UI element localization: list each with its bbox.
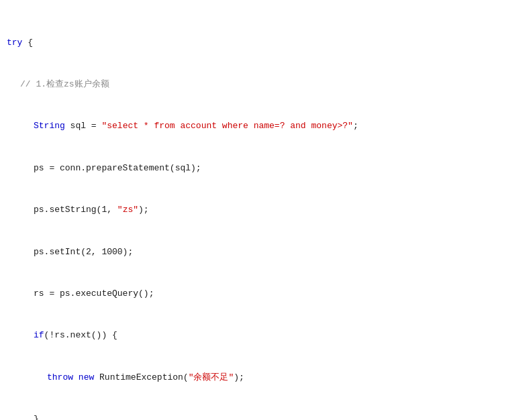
code-editor: try { // 1.检查zs账户余额 String sql = "select… [0,5,529,420]
line-comment-1: // 1.检查zs账户余额 [20,78,522,92]
line-prepare-1: ps = conn.prepareStatement(sql); [34,162,522,176]
line-if: if(!rs.next()) { [34,329,522,343]
line-try-open: try { [7,36,522,50]
line-executequery: rs = ps.executeQuery(); [34,287,522,301]
line-setstring-1: ps.setString(1, "zs"); [34,203,522,217]
line-setint-1: ps.setInt(2, 1000); [34,246,522,260]
line-if-close: } [34,413,522,420]
line-sql-1: String sql = "select * from account wher… [34,119,522,134]
line-throw: throw new RuntimeException("余额不足"); [47,371,522,385]
